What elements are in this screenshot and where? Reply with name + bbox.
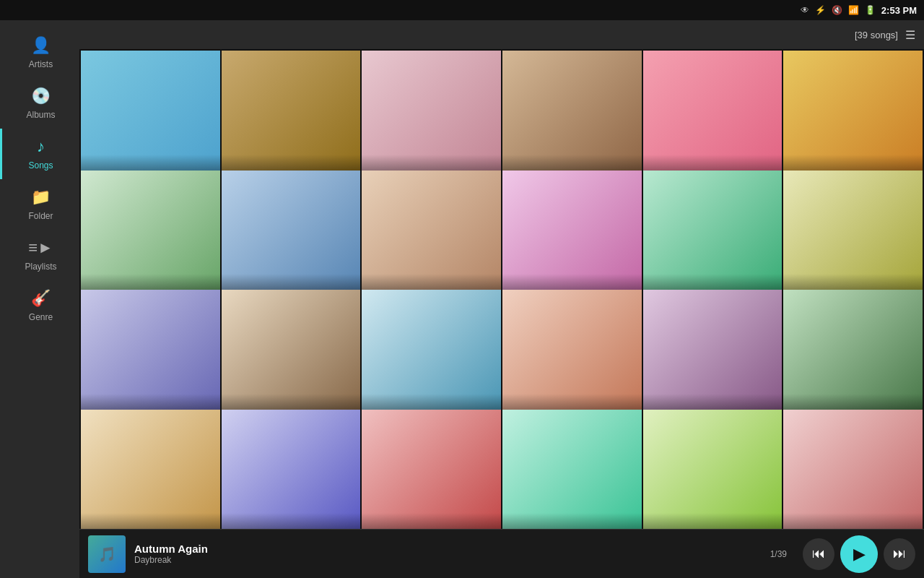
playback-controls: ⏮ ▶ ⏭: [803, 535, 915, 573]
album-art: [222, 410, 361, 530]
album-overlay: Album 24Artist 24: [783, 513, 923, 529]
album-cell[interactable]: Cafe MenChocolate Box⋮: [362, 51, 501, 190]
album-cell[interactable]: Autumn AgainDaybreak⋮: [81, 51, 220, 190]
now-playing-art: 🎵: [88, 535, 126, 573]
sidebar: 👤 Artists 💿 Albums ♪ Songs 📁 Folder ≡► P…: [0, 20, 79, 578]
sidebar-item-folder[interactable]: 📁 Folder: [0, 179, 79, 230]
content-area: [39 songs] ☰ Autumn AgainDaybreak⋮Butter…: [79, 20, 924, 578]
album-overlay: Album 22Artist 22: [502, 513, 642, 529]
sidebar-item-albums[interactable]: 💿 Albums: [0, 78, 79, 129]
now-playing-bar: 🎵 Autumn Again Daybreak 1/39 ⏮ ▶ ⏭: [79, 529, 924, 578]
album-overlay: Album 20Artist 20: [222, 513, 361, 529]
album-title: Album 24: [788, 527, 918, 529]
album-cell[interactable]: Album 24Artist 24⋮: [783, 410, 923, 530]
album-title: Album 22: [507, 527, 637, 529]
album-cell[interactable]: Cafe FermataLee JH⋮: [502, 51, 642, 190]
album-art: [502, 410, 642, 530]
volume-icon: 🔇: [832, 5, 842, 15]
album-art: [643, 410, 783, 530]
album-cell[interactable]: Album 21Artist 21⋮: [362, 410, 501, 530]
previous-button[interactable]: ⏮: [803, 538, 834, 570]
album-cell[interactable]: Can you hearBurn Out House⋮: [783, 51, 923, 190]
album-cell[interactable]: I love youRavie Nuage⋮: [502, 290, 642, 429]
album-art: [362, 410, 501, 530]
menu-icon[interactable]: ☰: [905, 28, 915, 42]
battery-icon: 🔋: [865, 5, 876, 15]
album-title: Album 21: [366, 527, 497, 529]
song-count: [39 songs]: [855, 30, 898, 40]
artists-icon: 👤: [31, 36, 51, 55]
album-overlay: Album 19Artist 19: [81, 513, 220, 529]
album-cell[interactable]: ButterflyNoriteo Project⋮: [222, 51, 361, 190]
bluetooth-icon: ⚡: [815, 5, 826, 15]
album-cell[interactable]: FlowersU MJ⋮: [502, 171, 642, 310]
now-playing-artist: Daybreak: [134, 555, 762, 565]
album-cell[interactable]: GoodbyeBy Jun⋮: [81, 290, 220, 429]
sidebar-item-genre[interactable]: 🎸 Genre: [0, 280, 79, 331]
playlists-icon: ≡►: [28, 238, 53, 257]
album-cell[interactable]: GooddayMisty Blue⋮: [222, 290, 361, 429]
album-cell[interactable]: Gift for youMoonlight⋮: [783, 171, 923, 310]
album-title: Album 20: [226, 527, 357, 529]
album-grid: Autumn AgainDaybreak⋮ButterflyNoriteo Pr…: [79, 49, 924, 529]
track-count: 1/39: [770, 549, 787, 559]
album-cell[interactable]: ComingSoran⋮: [222, 171, 361, 310]
album-cell[interactable]: Album 19Artist 19⋮: [81, 410, 220, 530]
play-pause-button[interactable]: ▶: [840, 535, 878, 573]
top-bar: [39 songs] ☰: [79, 20, 924, 49]
status-time: 2:53 PM: [881, 5, 917, 16]
album-overlay: Album 23Artist 23: [643, 513, 783, 529]
album-cell[interactable]: Album 20Artist 20⋮: [222, 410, 361, 530]
album-cell[interactable]: Different timeStanding Egg⋮: [362, 171, 501, 310]
album-cell[interactable]: ColorsHealing Project⋮: [81, 171, 220, 310]
album-cell[interactable]: I Hate Christmas PartHee Young⋮: [362, 290, 501, 429]
notification-icon: 👁: [801, 5, 809, 15]
album-cell[interactable]: From one to tenDaylight⋮: [643, 171, 783, 310]
wifi-icon: 📶: [848, 5, 859, 15]
album-cell[interactable]: Album 23Artist 23⋮: [643, 410, 783, 530]
albums-icon: 💿: [31, 87, 51, 105]
album-cell[interactable]: It's comingHave A Tea⋮: [783, 290, 923, 429]
genre-icon: 🎸: [31, 289, 51, 308]
album-cell[interactable]: Album 22Artist 22⋮: [502, 410, 642, 530]
album-art: [783, 410, 923, 530]
sidebar-item-songs[interactable]: ♪ Songs: [0, 129, 79, 179]
album-art: [81, 410, 220, 530]
now-playing-info: Autumn Again Daybreak: [134, 543, 762, 565]
sidebar-item-artists[interactable]: 👤 Artists: [0, 27, 79, 78]
album-cell[interactable]: Call meCold Cherry⋮: [643, 51, 783, 190]
now-playing-title: Autumn Again: [134, 543, 762, 555]
album-title: Album 23: [648, 527, 778, 529]
album-cell[interactable]: I Remember YouRomantic Blue⋮: [643, 290, 783, 429]
album-title: Album 19: [85, 527, 216, 529]
songs-icon: ♪: [37, 137, 45, 156]
next-button[interactable]: ⏭: [884, 538, 915, 570]
album-overlay: Album 21Artist 21: [362, 513, 501, 529]
sidebar-item-playlists[interactable]: ≡► Playlists: [0, 230, 79, 280]
folder-icon: 📁: [31, 188, 51, 207]
status-bar: 👁 ⚡ 🔇 📶 🔋 2:53 PM: [0, 0, 924, 20]
